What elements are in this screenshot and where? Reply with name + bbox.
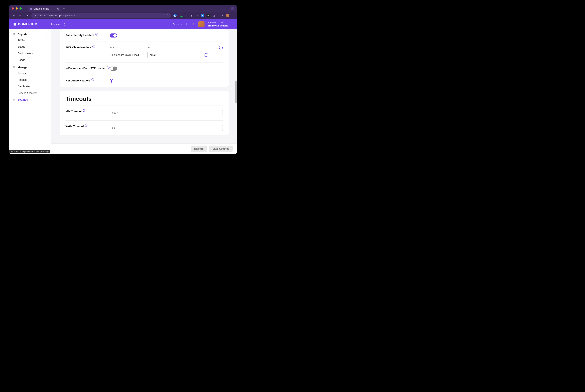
help-icon[interactable]: ?: [92, 78, 94, 81]
sidebar-group-reports[interactable]: Reports ⌄: [9, 32, 51, 37]
tab-strip: Cluster Settings ✕ +: [28, 5, 65, 12]
theme-toggle-icon[interactable]: ☾: [186, 22, 188, 26]
zoom-window[interactable]: [20, 7, 22, 10]
sidebar-group-manage[interactable]: Manage ⌄: [9, 65, 51, 70]
sidebar: Reports ⌄ Traffic Status Deployments Usa…: [9, 30, 51, 154]
sidebar-group-label: Reports: [18, 33, 28, 36]
jwt-value-input[interactable]: [147, 52, 201, 58]
remove-header-button[interactable]: −: [204, 53, 208, 57]
address-bar[interactable]: ⚙ console.pomerium.app/app/settings ☆: [31, 13, 171, 18]
setting-idle-timeout: Idle Timeout?: [66, 106, 223, 120]
account-menu[interactable]: Personal Account Bobby DeSimone: [208, 21, 228, 28]
reload-button[interactable]: ⟳: [25, 13, 29, 18]
help-icon[interactable]: ?: [83, 109, 85, 112]
url-display: console.pomerium.app/app/settings: [38, 14, 76, 17]
warning-icon[interactable]: ⚠: [192, 22, 195, 26]
setting-label: Idle Timeout: [66, 110, 82, 113]
add-header-button[interactable]: +: [219, 46, 223, 50]
back-button[interactable]: ←: [12, 13, 16, 18]
jwt-header-row: X-Pomerium-Claim-Email −: [110, 52, 223, 58]
ext-icon-shield[interactable]: ◈: [190, 14, 193, 17]
setting-jwt-claim-headers: JWT Claim Headers? KEY VALUE + X-Pomeriu…: [66, 42, 223, 62]
sidebar-item-routes[interactable]: Routes: [9, 70, 51, 76]
svg-rect-11: [14, 68, 15, 68]
ext-icon-1[interactable]: ◐: [173, 14, 177, 17]
svg-rect-0: [30, 8, 30, 10]
setting-write-timeout: Write Timeout?: [66, 120, 223, 135]
pass-identity-toggle[interactable]: [110, 34, 117, 38]
new-tab-button[interactable]: +: [63, 7, 65, 10]
help-icon[interactable]: ?: [85, 124, 87, 127]
help-icon[interactable]: ?: [95, 33, 98, 36]
setting-label: X-Forwarded-For HTTP Header: [66, 66, 106, 70]
setting-label: Pass Identity Headers: [66, 34, 94, 36]
sidebar-item-status[interactable]: Status: [9, 44, 51, 50]
discard-button[interactable]: Discard: [191, 146, 207, 152]
sidebar-item-policies[interactable]: Policies: [9, 76, 51, 83]
sidebar-item-usage[interactable]: Usage: [9, 57, 51, 63]
profile-avatar-icon[interactable]: [226, 14, 229, 17]
site-settings-icon[interactable]: ⚙: [34, 14, 36, 17]
column-value: VALUE: [147, 46, 215, 49]
setting-label: Response Headers: [66, 79, 90, 82]
extensions-menu-icon[interactable]: ⬚: [212, 14, 215, 17]
setting-label: JWT Claim Headers: [66, 46, 91, 49]
xff-toggle[interactable]: [110, 66, 117, 70]
timeouts-card: Timeouts Idle Timeout? Write Timeout?: [60, 91, 229, 135]
setting-label: Write Timeout: [66, 125, 84, 128]
selector-arrows-icon: ▲▼: [64, 22, 65, 26]
sidebar-item-service-accounts[interactable]: Service Accounts: [9, 90, 51, 96]
extension-tray: ◐ 🛡18 ✻ ◈ ✲ ▶ ✎ ⬚ | ⬇ ⋮: [173, 14, 234, 17]
account-chevron-icon: ⌄: [232, 23, 233, 26]
save-settings-button[interactable]: Save Settings: [209, 146, 233, 152]
sidebar-item-deployments[interactable]: Deployments: [9, 50, 51, 57]
svg-rect-9: [14, 66, 15, 67]
idle-timeout-input[interactable]: [110, 110, 223, 116]
chevron-down-icon: ⌄: [46, 66, 47, 68]
forward-button[interactable]: →: [18, 13, 23, 18]
titlebar: Cluster Settings ✕ + ⌄: [9, 5, 237, 12]
download-icon[interactable]: ⬇: [220, 14, 224, 17]
brand-text: POMERIUM: [18, 22, 38, 26]
add-response-header-button[interactable]: +: [110, 79, 113, 82]
brand-logo[interactable]: POMERIUM: [13, 22, 51, 26]
write-timeout-input[interactable]: [110, 125, 223, 131]
setting-xff: X-Forwarded-For HTTP Header?: [66, 62, 223, 75]
ext-icon-gear[interactable]: ✲: [195, 14, 199, 17]
sidebar-item-traffic[interactable]: Traffic: [9, 37, 51, 44]
browser-menu-icon[interactable]: ⋮: [231, 14, 234, 17]
bookmark-icon[interactable]: ☆: [166, 14, 169, 17]
tab-title: Cluster Settings: [34, 8, 49, 10]
close-window[interactable]: [12, 7, 14, 10]
scrollbar-thumb[interactable]: [235, 81, 237, 103]
jwt-key-text: X-Pomerium-Claim-Email: [110, 54, 144, 56]
ext-icon-blue[interactable]: ▶: [201, 14, 204, 17]
sidebar-item-certificates[interactable]: Certificates: [9, 83, 51, 90]
ext-icon-dark[interactable]: ✎: [206, 14, 210, 17]
sidebar-item-settings[interactable]: ⚙ Settings: [9, 96, 51, 103]
sidebar-group-label: Manage: [18, 66, 27, 69]
svg-rect-6: [13, 23, 16, 23]
user-avatar[interactable]: [198, 21, 204, 28]
grid-icon: [13, 66, 16, 69]
window-controls: [12, 7, 22, 10]
namespace-name: homelab: [51, 23, 61, 26]
main-content: Pass Identity Headers? JWT Claim Headers…: [51, 30, 237, 154]
app-viewport: POMERIUM homelab ▲▼ Docs ⌄ ☾ ⚠ Personal …: [9, 19, 237, 154]
help-icon[interactable]: ?: [92, 45, 95, 48]
tab-dropdown-button[interactable]: ⌄: [230, 6, 234, 10]
help-icon[interactable]: ?: [107, 66, 110, 68]
browser-tab[interactable]: Cluster Settings ✕: [28, 6, 61, 12]
namespace-selector[interactable]: homelab ▲▼: [51, 22, 65, 26]
docs-link[interactable]: Docs ⌄: [173, 23, 182, 26]
svg-rect-1: [30, 8, 31, 10]
chevron-down-icon: ⌄: [180, 23, 182, 26]
ext-badge-count: 18: [180, 16, 183, 18]
account-name: Bobby DeSimone: [208, 24, 228, 28]
ext-icon-ublock[interactable]: 🛡18: [179, 14, 182, 17]
minimize-window[interactable]: [16, 7, 18, 10]
tab-favicon: [30, 8, 32, 10]
tab-close-icon[interactable]: ✕: [57, 8, 59, 10]
chevron-down-icon: ⌄: [46, 33, 47, 35]
ext-icon-green[interactable]: ✻: [184, 14, 188, 17]
